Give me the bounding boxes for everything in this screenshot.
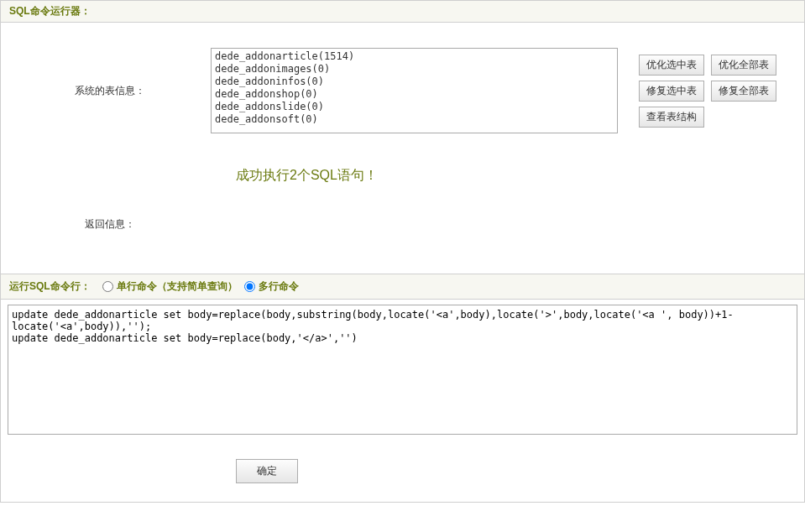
main-area: 系统的表信息： dede_addonarticle(1514)dede_addo… xyxy=(1,23,804,274)
multi-mode-radio[interactable] xyxy=(244,281,255,292)
repair-selected-button[interactable]: 修复选中表 xyxy=(639,81,704,102)
table-option[interactable]: dede_addonarticle(1514) xyxy=(213,50,615,63)
sql-command-title: 运行SQL命令行： xyxy=(9,279,91,294)
table-option[interactable]: dede_addonslide(0) xyxy=(213,101,615,113)
table-info-row: 系统的表信息： dede_addonarticle(1514)dede_addo… xyxy=(9,31,796,142)
btn-row-optimize: 优化选中表 优化全部表 xyxy=(639,55,796,76)
repair-all-button[interactable]: 修复全部表 xyxy=(711,81,776,102)
panel-title: SQL命令运行器： xyxy=(9,5,91,17)
return-info-label: 返回信息： xyxy=(9,167,211,232)
return-info-content: 成功执行2个SQL语句！ xyxy=(211,167,378,232)
sql-textarea[interactable] xyxy=(8,305,797,435)
view-structure-button[interactable]: 查看表结构 xyxy=(639,107,704,128)
submit-button[interactable]: 确定 xyxy=(236,459,298,483)
submit-row: 确定 xyxy=(1,444,804,502)
multi-mode-text: 多行命令 xyxy=(259,279,299,294)
return-info-row: 返回信息： 成功执行2个SQL语句！ xyxy=(9,142,796,274)
single-mode-radio-label[interactable]: 单行命令（支持简单查询） xyxy=(102,279,238,294)
optimize-selected-button[interactable]: 优化选中表 xyxy=(639,55,704,76)
multi-mode-radio-label[interactable]: 多行命令 xyxy=(244,279,299,294)
sql-command-bar: 运行SQL命令行： 单行命令（支持简单查询） 多行命令 xyxy=(1,274,804,300)
table-select-cell: dede_addonarticle(1514)dede_addonimages(… xyxy=(211,48,622,133)
table-option[interactable]: dede_addonsoft(0) xyxy=(213,113,615,126)
single-mode-text: 单行命令（支持简单查询） xyxy=(117,279,238,294)
btn-row-repair: 修复选中表 修复全部表 xyxy=(639,81,796,102)
table-select[interactable]: dede_addonarticle(1514)dede_addonimages(… xyxy=(211,48,618,133)
sql-runner-panel: SQL命令运行器： 系统的表信息： dede_addonarticle(1514… xyxy=(0,0,805,503)
table-option[interactable]: dede_addonshop(0) xyxy=(213,88,615,101)
btn-row-structure: 查看表结构 xyxy=(639,107,796,128)
panel-header: SQL命令运行器： xyxy=(1,1,804,23)
sql-textarea-wrap xyxy=(1,300,804,444)
success-message: 成功执行2个SQL语句！ xyxy=(236,167,378,185)
table-option[interactable]: dede_addonimages(0) xyxy=(213,63,615,76)
table-info-label: 系统的表信息： xyxy=(9,84,211,98)
table-option[interactable]: dede_addoninfos(0) xyxy=(213,76,615,88)
single-mode-radio[interactable] xyxy=(102,281,113,292)
optimize-all-button[interactable]: 优化全部表 xyxy=(711,55,776,76)
side-buttons: 优化选中表 优化全部表 修复选中表 修复全部表 查看表结构 xyxy=(622,55,796,128)
